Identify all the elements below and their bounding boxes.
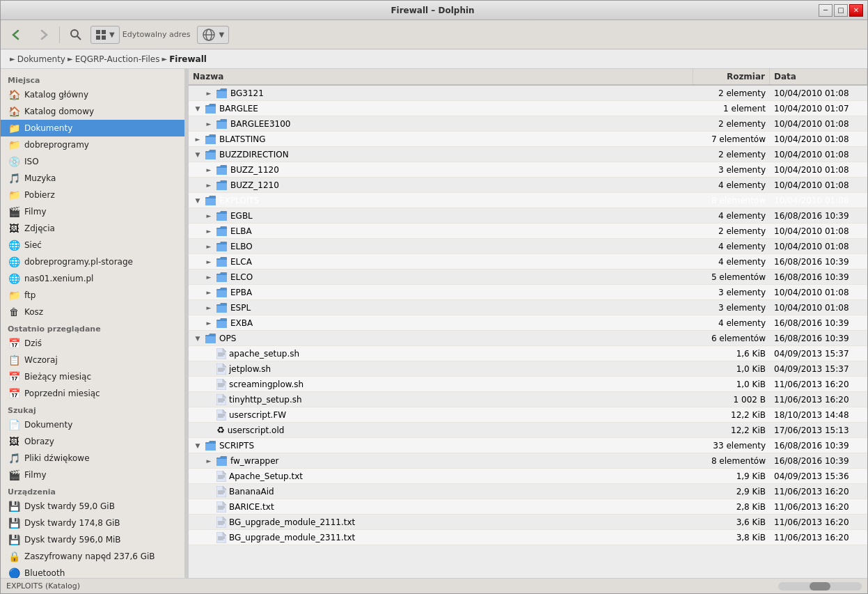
expand-arrow[interactable]: ► — [204, 289, 214, 296]
expand-arrow[interactable]: ► — [204, 304, 214, 311]
sidebar-item-biezacy[interactable]: 📅 Bieżący miesiąc — [1, 368, 184, 385]
breadcrumb: ► Dokumenty ► EQGRP-Auction-Files ► Fire… — [1, 49, 867, 69]
horizontal-scrollbar[interactable] — [778, 582, 862, 591]
scrollbar-thumb[interactable] — [810, 582, 830, 591]
col-header-size[interactable]: Rozmiar — [693, 69, 770, 84]
expand-arrow[interactable]: ► — [204, 166, 214, 173]
table-row[interactable]: jetplow.sh1,0 KiB04/09/2013 15:37 — [189, 361, 867, 377]
sidebar-item-wczoraj[interactable]: 📋 Wczoraj — [1, 352, 184, 368]
table-row[interactable]: ►BARGLEE31002 elementy10/04/2010 01:08 — [189, 116, 867, 132]
close-button[interactable]: ✕ — [849, 4, 863, 17]
table-row[interactable]: Apache_Setup.txt1,9 KiB04/09/2013 15:36 — [189, 469, 867, 484]
breadcrumb-item-1[interactable]: EQGRP-Auction-Files — [75, 54, 160, 64]
table-row[interactable]: ►ELCO5 elementów16/08/2016 10:39 — [189, 269, 867, 285]
sidebar-item-dobreprogramy-storage[interactable]: 🌐 dobreprogramy.pl-storage — [1, 253, 184, 270]
table-row[interactable]: ►EGBL4 elementy16/08/2016 10:39 — [189, 208, 867, 224]
minimize-button[interactable]: ─ — [819, 4, 833, 17]
table-row[interactable]: ►EXBA4 elementy16/08/2016 10:39 — [189, 315, 867, 331]
file-name: BARICE.txt — [229, 502, 274, 512]
sidebar-item-iso[interactable]: 💿 ISO — [1, 153, 184, 170]
sidebar-item-siec[interactable]: 🌐 Sieć — [1, 237, 184, 253]
table-row[interactable]: BananaAid2,9 KiB11/06/2013 16:20 — [189, 484, 867, 499]
table-row[interactable]: ►BUZZ_11203 elementy10/04/2010 01:08 — [189, 162, 867, 178]
expand-arrow[interactable]: ► — [204, 274, 214, 281]
file-size: 1,0 KiB — [693, 378, 770, 391]
expand-arrow[interactable]: ▼ — [193, 335, 203, 342]
col-header-date[interactable]: Data — [770, 69, 867, 84]
sidebar-item-bluetooth[interactable]: 🔵 Bluetooth — [1, 565, 184, 578]
table-row[interactable]: userscript.FW12,2 KiB18/10/2013 14:48 — [189, 407, 867, 423]
sidebar-item-katalog-glowny[interactable]: 🏠 Katalog główny — [1, 86, 184, 103]
view-mode-selector[interactable]: ▼ — [90, 26, 120, 44]
table-row[interactable]: BG_upgrade_module_2111.txt3,6 KiB11/06/2… — [189, 515, 867, 530]
table-row[interactable]: ►EPBA3 elementy10/04/2010 01:08 — [189, 285, 867, 300]
sidebar-item-hdd1[interactable]: 💾 Dysk twardy 59,0 GiB — [1, 498, 184, 515]
expand-arrow[interactable]: ► — [204, 458, 214, 464]
table-row[interactable]: ▼BARGLEE1 element10/04/2010 01:07 — [189, 101, 867, 116]
sidebar-item-pobierz[interactable]: 📁 Pobierz — [1, 187, 184, 203]
expand-arrow[interactable]: ► — [204, 182, 214, 189]
sidebar-item-poprzedni[interactable]: 📅 Poprzedni miesiąc — [1, 385, 184, 402]
search-button[interactable] — [64, 24, 88, 46]
sidebar-item-search-video[interactable]: 🎬 Filmy — [1, 467, 184, 483]
expand-arrow[interactable]: ▼ — [193, 105, 203, 112]
photo-icon: 🖼 — [8, 222, 20, 235]
back-button[interactable] — [5, 24, 29, 46]
sidebar-item-dobreprogramy[interactable]: 📁 dobreprogramy — [1, 136, 184, 153]
table-row[interactable]: ►BUZZ_12104 elementy10/04/2010 01:08 — [189, 178, 867, 193]
table-row[interactable]: ♻userscript.old12,2 KiB17/06/2013 15:13 — [189, 423, 867, 438]
table-row[interactable]: ►BLATSTING7 elementów10/04/2010 01:08 — [189, 132, 867, 147]
expand-arrow[interactable]: ▼ — [193, 151, 203, 158]
table-row[interactable]: BARICE.txt2,8 KiB11/06/2013 16:20 — [189, 499, 867, 515]
sidebar-item-katalog-domowy[interactable]: 🏠 Katalog domowy — [1, 103, 184, 120]
sidebar-item-dokumenty[interactable]: 📁 Dokumenty — [1, 120, 184, 136]
sidebar-item-dzis[interactable]: 📅 Dziś — [1, 335, 184, 352]
expand-arrow[interactable]: ► — [204, 212, 214, 219]
sidebar-item-zdjecia[interactable]: 🖼 Zdjęcia — [1, 220, 184, 237]
table-row[interactable]: ▼OPS6 elementów16/08/2016 10:39 — [189, 331, 867, 346]
table-row[interactable]: ►fw_wrapper8 elementów16/08/2016 10:39 — [189, 453, 867, 469]
sidebar-item-encrypted[interactable]: 🔒 Zaszyfrowany napęd 237,6 GiB — [1, 548, 184, 565]
expand-arrow[interactable]: ► — [204, 90, 214, 97]
table-row[interactable]: ►BG31212 elementy10/04/2010 01:08 — [189, 86, 867, 101]
table-row[interactable]: ▼EXPLOITS8 elementów10/04/2010 01:08 — [189, 193, 867, 208]
maximize-button[interactable]: □ — [834, 4, 848, 17]
folder-icon — [205, 134, 216, 145]
table-row[interactable]: ▼BUZZDIRECTION2 elementy10/04/2010 01:08 — [189, 147, 867, 162]
sidebar-item-search-docs[interactable]: 📄 Dokumenty — [1, 416, 184, 433]
expand-arrow[interactable]: ► — [204, 243, 214, 250]
expand-arrow[interactable]: ▼ — [193, 442, 203, 449]
audio-icon: 🎵 — [8, 452, 20, 464]
expand-arrow[interactable]: ► — [204, 228, 214, 235]
table-row[interactable]: ►ESPL3 elementy10/04/2010 01:08 — [189, 300, 867, 315]
table-row[interactable]: screamingplow.sh1,0 KiB11/06/2013 16:20 — [189, 377, 867, 392]
sidebar-item-filmy[interactable]: 🎬 Filmy — [1, 203, 184, 220]
table-row[interactable]: ►ELBA2 elementy10/04/2010 01:08 — [189, 224, 867, 239]
sidebar-item-search-images[interactable]: 🖼 Obrazy — [1, 433, 184, 450]
table-row[interactable]: ►ELBO4 elementy10/04/2010 01:08 — [189, 239, 867, 254]
sidebar-item-nas[interactable]: 🌐 nas01.xenium.pl — [1, 270, 184, 287]
sidebar-item-kosz[interactable]: 🗑 Kosz — [1, 304, 184, 320]
network-button[interactable]: ▼ — [197, 26, 229, 44]
sidebar-item-hdd3[interactable]: 💾 Dysk twardy 596,0 MiB — [1, 531, 184, 548]
table-row[interactable]: ►ELCA4 elementy16/08/2016 10:39 — [189, 254, 867, 269]
sidebar-item-hdd2[interactable]: 💾 Dysk twardy 174,8 GiB — [1, 515, 184, 531]
expand-arrow[interactable]: ► — [204, 258, 214, 265]
table-row[interactable]: apache_setup.sh1,6 KiB04/09/2013 15:37 — [189, 346, 867, 361]
folder-icon — [205, 333, 216, 344]
sidebar-item-ftp[interactable]: 📁 ftp — [1, 287, 184, 304]
expand-arrow[interactable]: ► — [193, 136, 203, 143]
table-row[interactable]: ▼SCRIPTS33 elementy16/08/2016 10:39 — [189, 438, 867, 453]
col-header-name[interactable]: Nazwa — [189, 69, 693, 84]
table-row[interactable]: tinyhttp_setup.sh1 002 B11/06/2013 16:20 — [189, 392, 867, 407]
breadcrumb-item-0[interactable]: Dokumenty — [17, 54, 65, 64]
sidebar-item-search-audio[interactable]: 🎵 Pliki dźwiękowe — [1, 450, 184, 467]
expand-arrow[interactable]: ► — [204, 120, 214, 127]
file-list-body[interactable]: ►BG31212 elementy10/04/2010 01:08▼BARGLE… — [189, 86, 867, 578]
table-row[interactable]: BG_upgrade_module_2311.txt3,8 KiB11/06/2… — [189, 530, 867, 545]
expand-arrow[interactable]: ► — [204, 320, 214, 327]
sidebar-item-muzyka[interactable]: 🎵 Muzyka — [1, 170, 184, 187]
expand-arrow[interactable]: ▼ — [193, 197, 203, 204]
forward-button[interactable] — [31, 24, 55, 46]
breadcrumb-item-2[interactable]: Firewall — [169, 54, 207, 64]
